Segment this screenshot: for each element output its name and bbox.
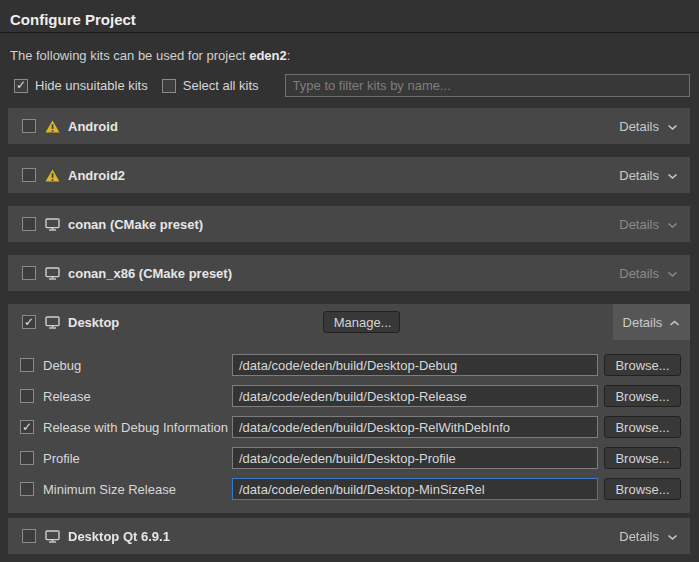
config-path-input-release[interactable]	[232, 385, 598, 407]
manage-button[interactable]: Manage...	[323, 311, 400, 333]
kit-row-android: ✓ Android Details	[8, 108, 690, 144]
kit-name: Android2	[68, 168, 125, 183]
kit-row-desktop: ✓ Desktop Manage... Details	[8, 304, 690, 340]
config-path-input-profile[interactable]	[232, 447, 598, 469]
details-button-android2[interactable]: Details	[607, 157, 690, 193]
select-all-kits-checkbox[interactable]: ✓ Select all kits	[162, 78, 259, 93]
details-label: Details	[619, 529, 659, 544]
title-separator	[0, 32, 699, 33]
kit-panel-desktop: ✓ Desktop Manage... Details ✓ Debug Brow…	[8, 304, 690, 513]
hide-unsuitable-kits-checkbox[interactable]: ✓ Hide unsuitable kits	[14, 78, 148, 93]
kit-name: Desktop Qt 6.9.1	[68, 529, 170, 544]
monitor-icon	[45, 267, 60, 280]
config-row-release: ✓ Release Browse...	[20, 385, 681, 407]
config-label: Profile	[43, 451, 232, 466]
build-config-list: ✓ Debug Browse... ✓ Release Browse... ✓ …	[8, 340, 690, 513]
kit-filter-controls: ✓ Hide unsuitable kits ✓ Select all kits	[14, 74, 690, 97]
config-label: Release with Debug Information	[43, 420, 232, 435]
kit-name: conan (CMake preset)	[68, 217, 203, 232]
config-row-minsizerel: ✓ Minimum Size Release Browse...	[20, 478, 681, 500]
browse-button-debug[interactable]: Browse...	[604, 354, 681, 376]
config-checkbox-release[interactable]: ✓	[20, 389, 34, 403]
config-label: Release	[43, 389, 232, 404]
intro-prefix: The following kits can be used for proje…	[10, 48, 249, 63]
details-button-conan-x86: Details	[607, 255, 690, 291]
config-row-debug: ✓ Debug Browse...	[20, 354, 681, 376]
intro-suffix: :	[287, 48, 291, 63]
chevron-down-icon	[667, 266, 678, 281]
kit-name: Desktop	[68, 315, 119, 330]
monitor-icon	[45, 316, 60, 329]
check-icon: ✓	[16, 79, 26, 91]
kit-checkbox-android2[interactable]: ✓	[22, 168, 36, 182]
select-all-kits-label: Select all kits	[183, 78, 259, 93]
config-path-input-debug[interactable]	[232, 354, 598, 376]
config-checkbox-relwithdebinfo[interactable]: ✓	[20, 420, 34, 434]
details-label: Details	[619, 266, 659, 281]
kit-name: conan_x86 (CMake preset)	[68, 266, 232, 281]
details-button-desktop[interactable]: Details	[613, 304, 690, 340]
kit-filter-input[interactable]	[285, 74, 690, 97]
config-label: Debug	[43, 358, 232, 373]
config-row-relwithdebinfo: ✓ Release with Debug Information Browse.…	[20, 416, 681, 438]
kit-checkbox-conan[interactable]: ✓	[22, 217, 36, 231]
checkbox-unchecked-icon[interactable]: ✓	[162, 79, 176, 93]
kit-row-android2: ✓ Android2 Details	[8, 157, 690, 193]
warning-icon	[45, 120, 60, 133]
details-button-conan: Details	[607, 206, 690, 242]
config-checkbox-debug[interactable]: ✓	[20, 358, 34, 372]
warning-icon	[45, 169, 60, 182]
kit-list: ✓ Android Details ✓ Android2 Details ✓ c…	[8, 108, 690, 554]
browse-button-profile[interactable]: Browse...	[604, 447, 681, 469]
config-label: Minimum Size Release	[43, 482, 232, 497]
config-path-input-minsizerel[interactable]	[232, 478, 598, 500]
kit-row-conan-x86: ✓ conan_x86 (CMake preset) Details	[8, 255, 690, 291]
project-name: eden2	[249, 48, 287, 63]
chevron-up-icon	[669, 315, 680, 330]
kit-checkbox-android[interactable]: ✓	[22, 119, 36, 133]
kit-checkbox-desktop[interactable]: ✓	[22, 315, 36, 329]
details-label: Details	[619, 168, 659, 183]
check-icon: ✓	[24, 316, 34, 328]
details-label: Details	[623, 315, 663, 330]
configure-project-page: Configure Project The following kits can…	[0, 0, 699, 562]
browse-button-release[interactable]: Browse...	[604, 385, 681, 407]
config-checkbox-minsizerel[interactable]: ✓	[20, 482, 34, 496]
chevron-down-icon	[667, 168, 678, 183]
kit-checkbox-desktop-qt[interactable]: ✓	[22, 529, 36, 543]
kit-row-desktop-qt: ✓ Desktop Qt 6.9.1 Details	[8, 518, 690, 554]
chevron-down-icon	[667, 217, 678, 232]
kit-row-conan: ✓ conan (CMake preset) Details	[8, 206, 690, 242]
kit-name: Android	[68, 119, 118, 134]
checkbox-checked-icon[interactable]: ✓	[14, 79, 28, 93]
chevron-down-icon	[667, 119, 678, 134]
browse-button-relwithdebinfo[interactable]: Browse...	[604, 416, 681, 438]
hide-unsuitable-kits-label: Hide unsuitable kits	[35, 78, 148, 93]
browse-button-minsizerel[interactable]: Browse...	[604, 478, 681, 500]
details-button-android[interactable]: Details	[607, 108, 690, 144]
monitor-icon	[45, 530, 60, 543]
kit-checkbox-conan-x86[interactable]: ✓	[22, 266, 36, 280]
check-icon: ✓	[22, 421, 32, 433]
chevron-down-icon	[667, 529, 678, 544]
config-row-profile: ✓ Profile Browse...	[20, 447, 681, 469]
config-checkbox-profile[interactable]: ✓	[20, 451, 34, 465]
page-title: Configure Project	[0, 0, 699, 31]
monitor-icon	[45, 218, 60, 231]
details-label: Details	[619, 119, 659, 134]
details-button-desktop-qt[interactable]: Details	[607, 518, 690, 554]
intro-text: The following kits can be used for proje…	[10, 48, 699, 63]
config-path-input-relwithdebinfo[interactable]	[232, 416, 598, 438]
details-label: Details	[619, 217, 659, 232]
